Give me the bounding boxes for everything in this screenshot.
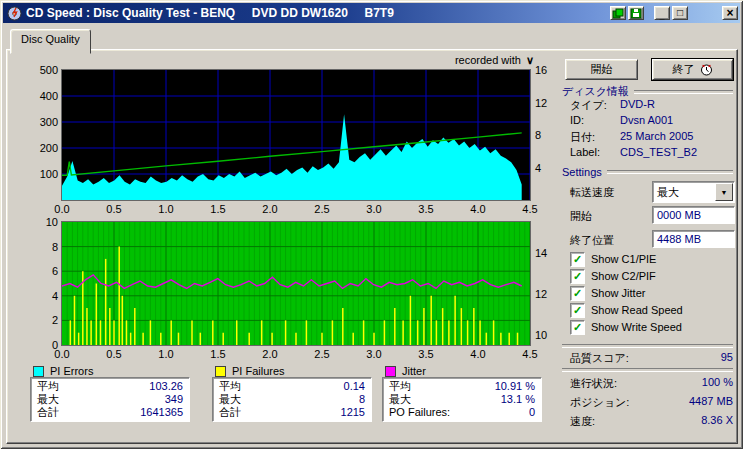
checkbox-show-read-speed[interactable]: ✓ Show Read Speed xyxy=(570,303,683,317)
close-button[interactable]: × xyxy=(722,6,738,20)
close-icon: × xyxy=(726,8,733,18)
axis-label: 300 xyxy=(28,116,58,128)
disc-date-row: 日付:25 March 2005 xyxy=(570,130,733,145)
stat-value: 13.1 % xyxy=(501,393,535,406)
axis-label: 10 xyxy=(535,329,559,341)
minimize-button[interactable]: _ xyxy=(654,6,670,20)
chevron-down-icon[interactable]: ∨ xyxy=(526,54,534,67)
tab-disc-quality[interactable]: Disc Quality xyxy=(10,29,91,54)
copy-button[interactable] xyxy=(610,6,626,20)
stat-value: 0.14 xyxy=(344,380,365,393)
axis-label: 100 xyxy=(28,168,58,180)
end-position-field[interactable]: 4488 MB xyxy=(652,230,735,248)
stat-row: 平均0.14 xyxy=(219,380,365,393)
axis-label: 4 xyxy=(535,162,559,174)
section-title: Settings xyxy=(562,166,602,178)
axis-label: 12 xyxy=(535,288,559,300)
stat-label: 最大 xyxy=(389,393,411,406)
stat-label: 合計 xyxy=(37,406,59,419)
pi-errors-chart xyxy=(61,69,531,201)
axis-label: 0.5 xyxy=(99,203,129,215)
checkbox-show-write-speed[interactable]: ✓ Show Write Speed xyxy=(570,320,682,334)
stat-label: 平均 xyxy=(219,380,241,393)
tab-label: Disc Quality xyxy=(21,33,80,45)
clock-icon xyxy=(700,63,713,76)
value: Dvsn A001 xyxy=(620,114,673,126)
axis-label: 1.5 xyxy=(203,203,233,215)
label: 進行状況: xyxy=(570,376,617,391)
maximize-icon: □ xyxy=(677,8,683,18)
progress-row: 進行状況: 100 % xyxy=(570,376,733,391)
checkbox-box[interactable]: ✓ xyxy=(570,286,585,301)
speed-row: 速度: 8.36 X xyxy=(570,414,733,429)
combo-dropdown-button[interactable]: ▼ xyxy=(715,183,733,201)
copy-icon xyxy=(612,8,624,19)
checkbox-show-jitter[interactable]: ✓ Show Jitter xyxy=(570,286,645,300)
save-button[interactable] xyxy=(628,6,644,20)
stat-row: 平均10.91 % xyxy=(389,380,535,393)
divider xyxy=(634,90,733,94)
label: 日付: xyxy=(570,130,620,145)
checkbox-label: Show C1/PIE xyxy=(591,253,656,265)
checkbox-show-c1-pie[interactable]: ✓ Show C1/PIE xyxy=(570,252,656,266)
checkbox-box[interactable]: ✓ xyxy=(570,252,585,267)
axis-label: 2.5 xyxy=(307,348,337,360)
pi-failures-swatch xyxy=(215,366,226,377)
axis-label: 2.0 xyxy=(255,203,285,215)
legend-title: Jitter xyxy=(402,365,426,377)
checkbox-box[interactable]: ✓ xyxy=(570,269,585,284)
axis-label: 0 xyxy=(28,339,58,351)
start-position-field[interactable]: 0000 MB xyxy=(652,206,735,224)
position-row: ポジション: 4487 MB xyxy=(570,395,733,410)
check-icon: ✓ xyxy=(573,254,582,265)
check-icon: ✓ xyxy=(573,288,582,299)
axis-label: 10 xyxy=(28,216,58,228)
checkbox-box[interactable]: ✓ xyxy=(570,303,585,318)
stat-value: 10.91 % xyxy=(495,380,535,393)
axis-label: 14 xyxy=(535,247,559,259)
axis-label: 12 xyxy=(535,97,559,109)
disc-type-row: タイプ:DVD-R xyxy=(570,98,733,113)
start-position-value: 0000 MB xyxy=(657,209,701,221)
end-position-value: 4488 MB xyxy=(657,233,701,245)
axis-label: 1.0 xyxy=(151,203,181,215)
app-window: CD Speed : Disc Quality Test - BENQ DVD … xyxy=(0,0,743,449)
section-title: ディスク情報 xyxy=(562,84,629,99)
start-button-label: 開始 xyxy=(591,62,613,77)
stat-row: 合計1641365 xyxy=(37,406,183,419)
value: 25 March 2005 xyxy=(620,130,693,145)
label: 品質スコア: xyxy=(570,351,629,366)
checkbox-box[interactable]: ✓ xyxy=(570,320,585,335)
divider xyxy=(607,170,733,174)
dropdown-arrow-icon: ▼ xyxy=(721,189,728,196)
end-position-label: 終了位置 xyxy=(570,233,614,248)
checkbox-label: Show Write Speed xyxy=(591,321,682,333)
stat-row: 合計1215 xyxy=(219,406,365,419)
pi-errors-legend: PI Errors xyxy=(33,365,93,377)
start-button[interactable]: 開始 xyxy=(565,59,638,80)
stat-value: 8 xyxy=(359,393,365,406)
disc-id-row: ID:Dvsn A001 xyxy=(570,114,733,126)
axis-label: 3.5 xyxy=(411,348,441,360)
axis-label: 4.0 xyxy=(463,203,493,215)
divider xyxy=(562,368,733,372)
quality-score-row: 品質スコア: 95 xyxy=(570,351,733,366)
stat-row: 最大349 xyxy=(37,393,183,406)
axis-label: 3.5 xyxy=(411,203,441,215)
axis-label: 16 xyxy=(535,64,559,76)
stat-label: PO Failures: xyxy=(389,406,450,419)
titlebar[interactable]: CD Speed : Disc Quality Test - BENQ DVD … xyxy=(3,3,740,23)
maximize-button[interactable]: □ xyxy=(672,6,688,20)
checkbox-show-c2-pif[interactable]: ✓ Show C2/PIF xyxy=(570,269,656,283)
exit-button-label: 終了 xyxy=(673,62,695,77)
exit-button[interactable]: 終了 xyxy=(652,59,733,80)
axis-label: 4.0 xyxy=(463,348,493,360)
axis-label: 3.0 xyxy=(359,348,389,360)
transfer-speed-select[interactable]: 最大 ▼ xyxy=(652,181,735,203)
axis-label: 4.5 xyxy=(515,348,545,360)
stat-label: 最大 xyxy=(219,393,241,406)
checkbox-label: Show C2/PIF xyxy=(591,270,656,282)
pi-failures-legend: PI Failures xyxy=(215,365,285,377)
check-icon: ✓ xyxy=(573,271,582,282)
axis-label: 200 xyxy=(28,142,58,154)
